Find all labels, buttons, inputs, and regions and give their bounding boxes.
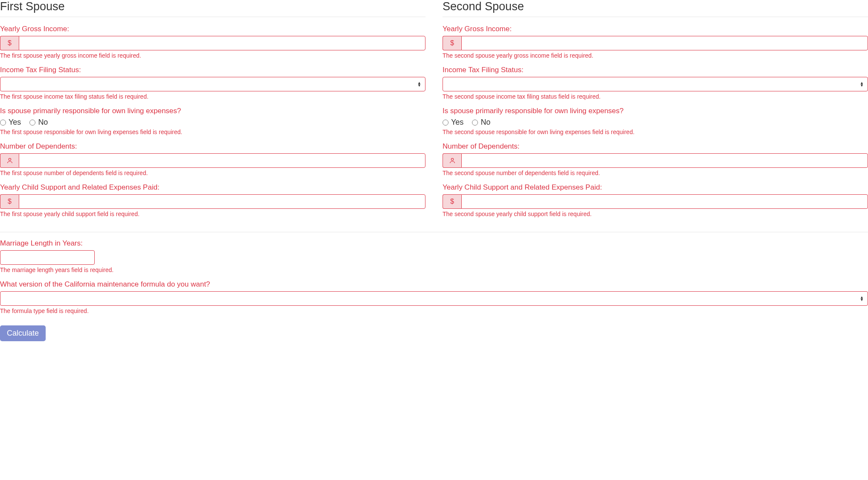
- first-spouse-column: First Spouse Yearly Gross Income: $ The …: [0, 0, 425, 224]
- first-spouse-filing-error: The first spouse income tax filing statu…: [0, 93, 425, 100]
- second-spouse-dependents-group: Number of Dependents: The second spouse …: [443, 142, 868, 176]
- second-spouse-expenses-no-radio[interactable]: [472, 120, 478, 126]
- second-spouse-filing-error: The second spouse income tax filing stat…: [443, 93, 868, 100]
- first-spouse-child-support-input[interactable]: [19, 194, 425, 209]
- first-spouse-filing-label: Income Tax Filing Status:: [0, 66, 425, 74]
- select-wrap: ▲▼: [0, 77, 425, 91]
- first-spouse-income-input[interactable]: [19, 36, 425, 50]
- first-spouse-filing-group: Income Tax Filing Status: ▲▼ The first s…: [0, 66, 425, 100]
- formula-type-label: What version of the California maintenan…: [0, 280, 868, 289]
- divider: [0, 232, 868, 232]
- marriage-length-label: Marriage Length in Years:: [0, 239, 868, 248]
- second-spouse-expenses-error: The second spouse responsible for own li…: [443, 129, 868, 135]
- dollar-icon: $: [443, 194, 461, 209]
- first-spouse-income-group: Yearly Gross Income: $ The first spouse …: [0, 25, 425, 59]
- input-group: $: [0, 194, 425, 209]
- second-spouse-child-support-group: Yearly Child Support and Related Expense…: [443, 183, 868, 217]
- select-wrap: ▲▼: [0, 291, 868, 306]
- second-spouse-column: Second Spouse Yearly Gross Income: $ The…: [443, 0, 868, 224]
- first-spouse-dependents-input[interactable]: [19, 153, 425, 168]
- formula-type-error: The formula type field is required.: [0, 307, 868, 314]
- dollar-icon: $: [443, 36, 461, 50]
- radio-label-no: No: [38, 118, 48, 127]
- input-group: [0, 153, 425, 168]
- first-spouse-expenses-yes-radio[interactable]: [0, 120, 6, 126]
- second-spouse-expenses-no-option[interactable]: No: [472, 118, 490, 127]
- second-spouse-expenses-yes-radio[interactable]: [443, 120, 449, 126]
- formula-type-select[interactable]: [0, 291, 868, 306]
- marriage-length-error: The marriage length years field is requi…: [0, 266, 868, 273]
- first-spouse-child-support-group: Yearly Child Support and Related Expense…: [0, 183, 425, 217]
- second-spouse-income-label: Yearly Gross Income:: [443, 25, 868, 33]
- first-spouse-income-error: The first spouse yearly gross income fie…: [0, 52, 425, 59]
- first-spouse-dependents-error: The first spouse number of dependents fi…: [0, 170, 425, 176]
- svg-point-0: [9, 158, 11, 161]
- input-group: $: [443, 194, 868, 209]
- second-spouse-filing-group: Income Tax Filing Status: ▲▼ The second …: [443, 66, 868, 100]
- second-spouse-dependents-label: Number of Dependents:: [443, 142, 868, 151]
- second-spouse-income-error: The second spouse yearly gross income fi…: [443, 52, 868, 59]
- radio-label-yes: Yes: [451, 118, 463, 127]
- first-spouse-child-support-error: The first spouse yearly child support fi…: [0, 211, 425, 217]
- second-spouse-child-support-input[interactable]: [461, 194, 868, 209]
- first-spouse-expenses-error: The first spouse responsible for own liv…: [0, 129, 425, 135]
- second-spouse-expenses-yes-option[interactable]: Yes: [443, 118, 463, 127]
- first-spouse-expenses-no-option[interactable]: No: [29, 118, 48, 127]
- first-spouse-expenses-no-radio[interactable]: [29, 120, 35, 126]
- radio-label-yes: Yes: [9, 118, 21, 127]
- second-spouse-child-support-error: The second spouse yearly child support f…: [443, 211, 868, 217]
- bottom-section: Marriage Length in Years: The marriage l…: [0, 232, 868, 341]
- second-spouse-expenses-group: Is spouse primarily responsible for own …: [443, 107, 868, 135]
- first-spouse-title: First Spouse: [0, 0, 425, 13]
- first-spouse-expenses-radios: Yes No: [0, 118, 425, 127]
- dollar-icon: $: [0, 36, 19, 50]
- marriage-length-group: Marriage Length in Years: The marriage l…: [0, 239, 868, 273]
- second-spouse-filing-label: Income Tax Filing Status:: [443, 66, 868, 74]
- divider: [0, 17, 425, 17]
- radio-label-no: No: [481, 118, 490, 127]
- first-spouse-expenses-label: Is spouse primarily responsible for own …: [0, 107, 425, 115]
- first-spouse-child-support-label: Yearly Child Support and Related Expense…: [0, 183, 425, 192]
- first-spouse-expenses-group: Is spouse primarily responsible for own …: [0, 107, 425, 135]
- first-spouse-filing-select[interactable]: [0, 77, 425, 91]
- second-spouse-income-input[interactable]: [461, 36, 868, 50]
- input-group: $: [443, 36, 868, 50]
- input-group: [443, 153, 868, 168]
- svg-point-1: [451, 158, 453, 161]
- second-spouse-title: Second Spouse: [443, 0, 868, 13]
- second-spouse-dependents-input[interactable]: [461, 153, 868, 168]
- user-icon: [443, 153, 461, 168]
- select-wrap: ▲▼: [443, 77, 868, 91]
- user-icon: [0, 153, 19, 168]
- second-spouse-dependents-error: The second spouse number of dependents f…: [443, 170, 868, 176]
- first-spouse-dependents-label: Number of Dependents:: [0, 142, 425, 151]
- input-group: $: [0, 36, 425, 50]
- dollar-icon: $: [0, 194, 19, 209]
- marriage-length-input[interactable]: [0, 250, 95, 265]
- first-spouse-dependents-group: Number of Dependents: The first spouse n…: [0, 142, 425, 176]
- second-spouse-filing-select[interactable]: [443, 77, 868, 91]
- second-spouse-child-support-label: Yearly Child Support and Related Expense…: [443, 183, 868, 192]
- calculate-button[interactable]: Calculate: [0, 325, 46, 341]
- formula-type-group: What version of the California maintenan…: [0, 280, 868, 314]
- first-spouse-income-label: Yearly Gross Income:: [0, 25, 425, 33]
- second-spouse-expenses-label: Is spouse primarily responsible for own …: [443, 107, 868, 115]
- second-spouse-expenses-radios: Yes No: [443, 118, 868, 127]
- divider: [443, 17, 868, 17]
- first-spouse-expenses-yes-option[interactable]: Yes: [0, 118, 21, 127]
- second-spouse-income-group: Yearly Gross Income: $ The second spouse…: [443, 25, 868, 59]
